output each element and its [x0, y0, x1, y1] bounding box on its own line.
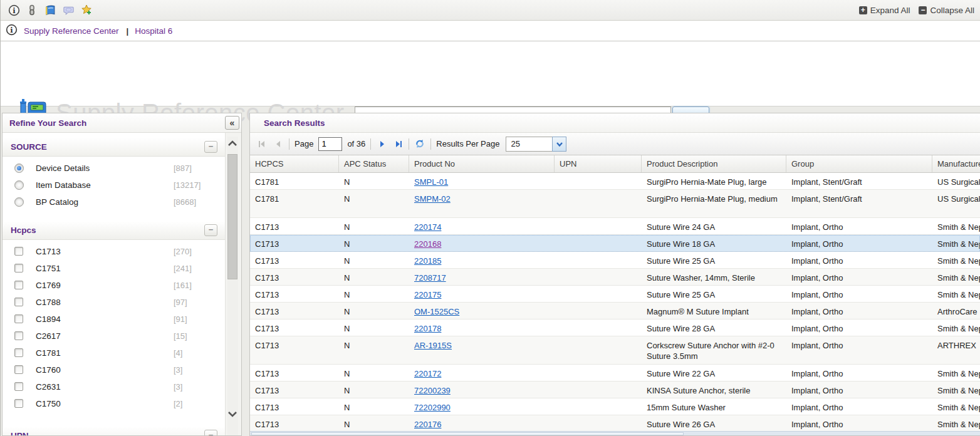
- result-row[interactable]: C1713NAR-1915SCorkscrew Suture Anchor wi…: [250, 336, 980, 365]
- checkbox[interactable]: [14, 298, 23, 306]
- hcpcs-option[interactable]: C1894[91]: [3, 311, 225, 328]
- collapse-panel-button[interactable]: «: [225, 116, 239, 130]
- book-icon[interactable]: [43, 3, 57, 17]
- checkbox[interactable]: [14, 382, 23, 391]
- next-page-icon[interactable]: [376, 139, 387, 149]
- hcpcs-option[interactable]: C1751[241]: [3, 261, 225, 278]
- horizontal-scrollbar[interactable]: [250, 431, 980, 435]
- radio-button[interactable]: [14, 180, 24, 190]
- hcpcs-option[interactable]: C1769[161]: [3, 278, 225, 294]
- column-header-apc[interactable]: APC Status: [339, 155, 409, 172]
- checkbox[interactable]: [14, 331, 23, 340]
- product-number-link[interactable]: OM-1525CS: [414, 307, 459, 316]
- horizontal-scrollbar-thumb[interactable]: [251, 432, 684, 435]
- section-title: SOURCE: [11, 142, 47, 152]
- cell-mfr: Smith & Nephew: [932, 269, 980, 285]
- product-number-link[interactable]: AR-1915S: [414, 341, 452, 350]
- result-row[interactable]: C1713N7208717Suture Washer, 14mm, Steril…: [250, 269, 980, 286]
- result-row[interactable]: C1713N72200239KINSA Suture Anchor, steri…: [250, 382, 980, 398]
- page-number-input[interactable]: [318, 137, 342, 151]
- source-option[interactable]: Item Database[13217]: [3, 177, 225, 194]
- radio-button[interactable]: [14, 164, 24, 173]
- result-row[interactable]: C1781NSMPM-02SurgiPro Hernia-Mate Plug, …: [250, 190, 980, 218]
- breadcrumb-site-link[interactable]: Hospital 6: [135, 26, 172, 36]
- cell-mfr: US Surgical: [932, 190, 980, 217]
- product-number-link[interactable]: 220174: [414, 222, 441, 232]
- source-option[interactable]: BP Catalog[8668]: [3, 194, 225, 211]
- product-number-link[interactable]: 220178: [414, 324, 441, 333]
- scroll-down-icon[interactable]: [227, 410, 238, 420]
- breadcrumb-app-link[interactable]: Supply Reference Center: [24, 26, 119, 36]
- scrollbar-thumb[interactable]: [227, 154, 237, 279]
- product-number-link[interactable]: 220175: [414, 290, 441, 299]
- product-number-link[interactable]: 72200239: [414, 386, 451, 395]
- result-row[interactable]: C1713N7220299015mm Suture WasherImplant,…: [250, 398, 980, 415]
- checkbox[interactable]: [14, 281, 23, 289]
- product-number-link[interactable]: SMPL-01: [414, 177, 448, 187]
- info-icon[interactable]: i: [7, 3, 21, 17]
- product-number-link[interactable]: 220168: [414, 239, 441, 249]
- section-collapse-button[interactable]: −: [204, 430, 217, 436]
- radio-button[interactable]: [14, 197, 24, 207]
- checkbox[interactable]: [14, 247, 23, 256]
- checkbox[interactable]: [14, 314, 23, 323]
- refine-panel-title: Refine Your Search: [3, 113, 241, 133]
- result-row[interactable]: C1713N220178Suture Wire 28 GAImplant, Or…: [250, 319, 980, 336]
- result-row[interactable]: C1713N220176Suture Wire 26 GAImplant, Or…: [250, 415, 980, 432]
- checkbox[interactable]: [14, 365, 23, 374]
- facet-count: [270]: [174, 247, 192, 256]
- scroll-up-icon[interactable]: [227, 139, 238, 149]
- hcpcs-option[interactable]: C1781[4]: [3, 345, 225, 362]
- product-number-link[interactable]: 7208717: [414, 273, 446, 283]
- column-header-group[interactable]: Group: [786, 155, 932, 172]
- column-header-product_no[interactable]: Product No: [409, 155, 555, 172]
- source-option[interactable]: Device Details[887]: [3, 160, 225, 177]
- hcpcs-option[interactable]: C2617[15]: [3, 328, 225, 345]
- checkbox[interactable]: [14, 264, 23, 272]
- result-row[interactable]: C1713N220175Suture Wire 25 GAImplant, Or…: [250, 286, 980, 303]
- link-icon[interactable]: [25, 3, 39, 17]
- result-row[interactable]: C1713N220168Suture Wire 18 GAImplant, Or…: [250, 235, 980, 252]
- cell-hcpcs: C1713: [250, 398, 339, 415]
- last-page-icon[interactable]: [392, 139, 404, 149]
- hcpcs-option[interactable]: C1713[270]: [3, 244, 225, 261]
- result-row[interactable]: C1713NOM-1525CSMagnum® M Suture ImplantI…: [250, 303, 980, 319]
- cell-apc: N: [339, 365, 409, 381]
- checkbox[interactable]: [14, 399, 23, 408]
- cell-mfr: Smith & Nephew: [932, 252, 980, 268]
- first-page-icon[interactable]: [256, 139, 268, 149]
- result-row[interactable]: C1713N220185Suture Wire 25 GAImplant, Or…: [250, 252, 980, 269]
- product-number-link[interactable]: 72202990: [414, 403, 451, 412]
- refresh-icon[interactable]: [414, 139, 425, 149]
- cell-desc: SurgiPro Hernia-Mate Plug, medium: [642, 190, 786, 217]
- product-number-link[interactable]: 220176: [414, 420, 441, 429]
- result-row[interactable]: C1713N220174Suture Wire 24 GAImplant, Or…: [250, 218, 980, 235]
- hcpcs-option[interactable]: C2631[3]: [3, 379, 225, 396]
- prev-page-icon[interactable]: [273, 139, 284, 149]
- cell-mfr: US Surgical: [932, 173, 980, 189]
- column-header-upn[interactable]: UPN: [555, 155, 642, 172]
- results-per-page-select[interactable]: 25: [506, 137, 566, 152]
- column-header-desc[interactable]: Product Description: [642, 155, 786, 172]
- column-header-mfr[interactable]: Manufacturer: [932, 155, 980, 172]
- product-number-link[interactable]: 220185: [414, 256, 441, 266]
- hcpcs-option[interactable]: C1750[2]: [3, 396, 225, 413]
- product-number-link[interactable]: SMPM-02: [414, 194, 451, 204]
- comment-icon[interactable]: [61, 3, 75, 17]
- result-row[interactable]: C1713N220172Suture Wire 22 GAImplant, Or…: [250, 365, 980, 382]
- star-add-icon[interactable]: [80, 3, 93, 17]
- result-row[interactable]: C1781NSMPL-01SurgiPro Hernia-Mate Plug, …: [250, 173, 980, 190]
- hcpcs-option[interactable]: C1788[97]: [3, 294, 225, 311]
- cell-product_no: 72200239: [409, 382, 555, 398]
- checkbox[interactable]: [14, 348, 23, 357]
- info-icon[interactable]: i: [6, 24, 18, 38]
- cell-desc: 15mm Suture Washer: [642, 398, 786, 415]
- cell-mfr: ArthroCare: [932, 303, 980, 319]
- expand-all-button[interactable]: + Expand All: [859, 6, 910, 15]
- collapse-all-button[interactable]: − Collapse All: [919, 6, 974, 15]
- hcpcs-option[interactable]: C1760[3]: [3, 362, 225, 379]
- column-header-hcpcs[interactable]: HCPCS: [250, 155, 339, 172]
- section-collapse-button[interactable]: −: [204, 224, 217, 236]
- section-collapse-button[interactable]: −: [204, 141, 217, 153]
- product-number-link[interactable]: 220172: [414, 369, 441, 378]
